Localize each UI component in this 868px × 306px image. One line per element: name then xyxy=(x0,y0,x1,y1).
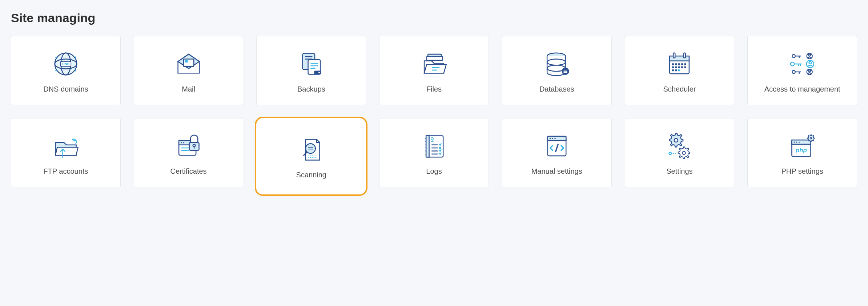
php-settings-icon: php xyxy=(786,130,819,162)
card-certificates[interactable]: Certificates xyxy=(134,118,244,187)
card-ftp-accounts[interactable]: FTP accounts xyxy=(11,118,121,187)
card-label: Settings xyxy=(666,167,692,176)
page-title: Site managing xyxy=(11,11,857,25)
card-label: Logs xyxy=(426,167,442,176)
card-label: Backups xyxy=(297,85,325,94)
card-label: Files xyxy=(426,85,442,94)
svg-rect-41 xyxy=(675,66,677,68)
svg-rect-47 xyxy=(678,69,680,71)
manual-settings-icon xyxy=(541,130,573,162)
svg-text:php: php xyxy=(795,146,807,153)
backups-icon xyxy=(295,48,327,80)
svg-point-108 xyxy=(794,141,795,142)
card-label: Scheduler xyxy=(663,85,696,94)
svg-rect-43 xyxy=(681,66,683,68)
card-access[interactable]: Access to management xyxy=(747,36,857,105)
svg-text:DNS: DNS xyxy=(62,62,69,66)
logs-icon xyxy=(418,130,450,162)
dns-globe-icon: DNS xyxy=(49,48,82,80)
svg-point-67 xyxy=(181,142,182,143)
svg-point-109 xyxy=(796,141,797,142)
svg-rect-19 xyxy=(318,72,320,73)
access-icon xyxy=(786,48,819,80)
card-label: DNS domains xyxy=(43,85,88,94)
svg-rect-21 xyxy=(427,56,443,60)
svg-rect-42 xyxy=(678,66,680,68)
svg-rect-38 xyxy=(681,63,683,65)
svg-point-8 xyxy=(75,70,76,71)
svg-point-102 xyxy=(674,138,678,142)
svg-rect-46 xyxy=(675,69,677,71)
svg-point-112 xyxy=(810,137,812,139)
svg-rect-40 xyxy=(672,66,674,68)
svg-rect-33 xyxy=(674,53,675,57)
card-settings[interactable]: Settings xyxy=(625,118,735,187)
svg-point-7 xyxy=(55,70,57,71)
card-backups[interactable]: Backups xyxy=(256,36,366,105)
svg-point-99 xyxy=(552,138,553,139)
ftp-accounts-icon xyxy=(49,130,82,162)
svg-point-59 xyxy=(792,70,795,73)
mail-icon xyxy=(172,48,205,80)
card-grid: DNS DNS domains Mail Backups Files Datab… xyxy=(11,36,857,194)
card-scheduler[interactable]: Scheduler xyxy=(625,36,735,105)
scanning-icon xyxy=(295,133,327,166)
svg-point-48 xyxy=(792,54,795,57)
svg-point-103 xyxy=(683,151,686,154)
svg-point-5 xyxy=(55,56,57,58)
certificates-icon xyxy=(172,130,205,162)
svg-rect-9 xyxy=(183,59,194,66)
card-scanning[interactable]: Scanning xyxy=(256,118,366,194)
svg-point-68 xyxy=(183,142,184,143)
card-label: Certificates xyxy=(170,167,207,176)
card-databases[interactable]: Databases xyxy=(502,36,612,105)
card-label: Manual settings xyxy=(531,167,582,176)
card-label: Access to management xyxy=(764,85,840,94)
svg-point-110 xyxy=(799,141,800,142)
databases-icon xyxy=(541,48,573,80)
svg-point-98 xyxy=(550,138,551,139)
card-php[interactable]: php PHP settings xyxy=(747,118,857,187)
card-label: PHP settings xyxy=(781,167,823,176)
svg-rect-35 xyxy=(672,63,674,65)
card-label: Scanning xyxy=(296,170,326,180)
svg-rect-37 xyxy=(678,63,680,65)
svg-rect-81 xyxy=(426,136,429,157)
svg-rect-45 xyxy=(672,69,674,71)
svg-rect-32 xyxy=(670,56,690,61)
card-label: Mail xyxy=(182,85,195,94)
settings-icon xyxy=(663,130,696,162)
card-mail[interactable]: Mail xyxy=(134,36,244,105)
card-label: FTP accounts xyxy=(43,167,88,176)
files-icon xyxy=(418,48,450,80)
svg-rect-39 xyxy=(684,63,686,65)
svg-rect-10 xyxy=(185,60,188,62)
scheduler-icon xyxy=(663,48,696,80)
card-files[interactable]: Files xyxy=(379,36,489,105)
card-logs[interactable]: Logs xyxy=(379,118,489,187)
svg-rect-44 xyxy=(684,66,686,68)
svg-rect-36 xyxy=(675,63,677,65)
svg-point-6 xyxy=(75,56,76,58)
svg-point-104 xyxy=(669,152,672,154)
card-manual[interactable]: Manual settings xyxy=(502,118,612,187)
svg-rect-34 xyxy=(684,53,686,57)
card-dns-domains[interactable]: DNS DNS domains xyxy=(11,36,121,105)
svg-point-100 xyxy=(554,138,555,139)
card-label: Databases xyxy=(539,85,574,94)
svg-point-53 xyxy=(791,62,794,65)
